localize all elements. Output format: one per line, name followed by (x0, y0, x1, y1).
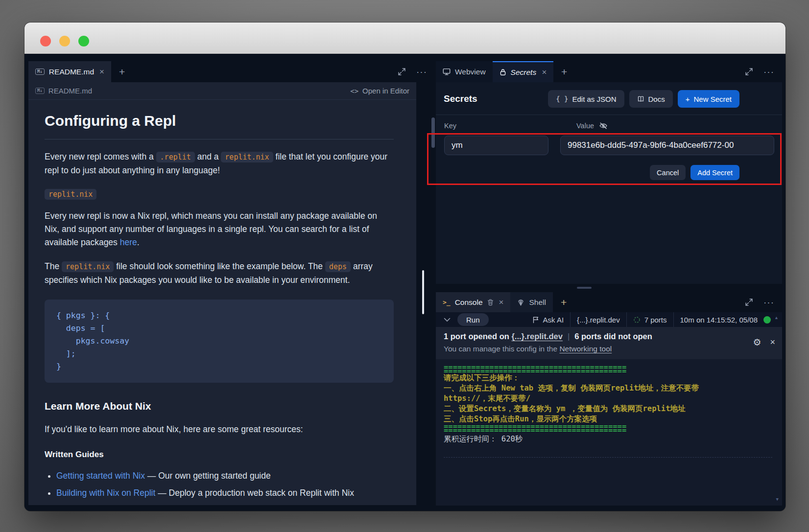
gear-icon[interactable]: ⚙ (753, 337, 761, 348)
tab-console-label: Console (455, 298, 483, 307)
markdown-file-icon: M↓ (35, 69, 45, 75)
ide-workspace: M↓ README.md × + ··· M↓ README.md <> Ope… (24, 54, 785, 511)
minimize-window-button[interactable] (59, 36, 70, 46)
panel-resize-handle[interactable] (422, 270, 424, 314)
tab-secrets-label: Secrets (511, 68, 537, 77)
lock-icon (500, 69, 506, 76)
new-tab-button[interactable]: + (553, 66, 575, 78)
doc-link[interactable]: Building with Nix on Replit (56, 488, 155, 498)
ports-label: 7 ports (644, 316, 667, 324)
doc-link[interactable]: Getting started with Nix (56, 471, 145, 481)
app-window: M↓ README.md × + ··· M↓ README.md <> Ope… (24, 23, 785, 511)
tab-shell[interactable]: Shell (510, 292, 552, 312)
new-tab-button[interactable]: + (111, 66, 133, 78)
tab-webview-label: Webview (455, 68, 486, 76)
doc-subheading: Written Guides (45, 450, 394, 460)
doc-link-list: Getting started with Nix — Our own getti… (45, 469, 394, 505)
expand-icon (745, 68, 753, 75)
doc-paragraph: Every new repl comes with a .replit and … (45, 150, 394, 177)
doc-link-list-item: Building with Nix on Replit — Deploy a p… (56, 486, 394, 500)
scroll-up-arrow[interactable]: ▲ (774, 315, 779, 320)
markdown-file-icon: M↓ (35, 88, 45, 94)
console-output[interactable]: ========================================… (436, 359, 782, 506)
secret-key-input[interactable] (444, 136, 548, 155)
new-secret-label: New Secret (693, 95, 732, 103)
inline-code: replit.nix (45, 189, 96, 200)
uptime-status[interactable]: 10m on 14:15:52, 05/08 (673, 312, 777, 327)
ports-banner-line2: You can manage this config in the Networ… (444, 345, 748, 353)
book-icon (637, 95, 644, 102)
dev-url-button[interactable]: {...}.replit.dev (570, 312, 626, 327)
zoom-window-button[interactable] (78, 36, 89, 46)
console-line: 一、点击右上角 New tab 选项，复制 伪装网页replit地址，注意不要带 (444, 383, 772, 393)
doc-paragraph: The replit.nix file should look somethin… (45, 260, 394, 287)
add-secret-button[interactable]: Add Secret (690, 165, 739, 180)
ports-banner: ▲ 1 port opened on {...}.replit.dev|6 po… (436, 327, 782, 359)
tab-readme[interactable]: M↓ README.md × (28, 61, 111, 82)
run-command-pill[interactable]: Run (457, 313, 489, 326)
close-window-button[interactable] (40, 36, 51, 46)
uptime-label: 10m on 14:15:52, 05/08 (680, 316, 758, 324)
more-options-button[interactable]: ··· (416, 67, 427, 77)
dismiss-banner-icon[interactable]: × (770, 337, 775, 347)
doc-code-block: { pkgs }: { deps = [ pkgs.cowsay ]; } (45, 300, 394, 383)
cancel-button[interactable]: Cancel (650, 165, 686, 180)
tab-secrets[interactable]: Secrets × (493, 61, 554, 82)
expand-pane-button[interactable] (745, 68, 753, 75)
plus-icon: + (686, 95, 690, 103)
prompt-divider (444, 457, 772, 458)
open-in-editor-button[interactable]: <> Open in Editor (350, 87, 409, 95)
console-tab-strip: >_ Console × Shell + ·· (436, 292, 782, 312)
value-column-label: Value (576, 122, 594, 130)
doc-link-list-item: Getting started with Nix — Our own getti… (56, 469, 394, 483)
console-line: 二、设置Secrets，变量名称为 ym ，变量值为 伪装网页replit地址 (444, 404, 772, 414)
horizontal-split-grip[interactable] (577, 287, 592, 289)
doc-paragraph: If you'd like to learn more about Nix, h… (45, 423, 394, 436)
close-tab-icon[interactable]: × (499, 298, 504, 307)
edit-as-json-button[interactable]: { } Edit as JSON (548, 90, 624, 108)
doc-link-list-item: Nix Pills — Guided introduction to Nix (56, 504, 394, 505)
docs-button[interactable]: Docs (629, 90, 673, 108)
expand-pane-button[interactable] (745, 299, 753, 306)
more-options-button[interactable]: ··· (763, 67, 774, 77)
ask-ai-button[interactable]: Ask AI (526, 312, 571, 327)
flag-icon (532, 316, 539, 324)
shell-icon (517, 299, 524, 306)
secret-value-input[interactable] (560, 136, 774, 155)
braces-icon: { } (556, 95, 568, 103)
scroll-down-arrow[interactable]: ▼ (776, 497, 779, 502)
doc-title: Configuring a Repl (45, 113, 394, 139)
right-top-tab-strip: Webview Secrets × + ··· (436, 61, 782, 82)
ports-spinner-icon (633, 316, 641, 324)
expand-icon (745, 299, 753, 306)
tab-shell-label: Shell (529, 298, 546, 307)
ports-button[interactable]: 7 ports (626, 312, 673, 327)
open-in-editor-label: Open in Editor (362, 87, 409, 95)
edit-as-json-label: Edit as JSON (572, 95, 616, 103)
key-column-label: Key (444, 122, 456, 130)
expand-icon (398, 68, 405, 75)
tab-console[interactable]: >_ Console × (436, 292, 510, 312)
window-controls (40, 36, 89, 46)
markdown-preview: Configuring a Repl Every new repl comes … (28, 100, 416, 505)
trash-icon[interactable] (487, 299, 494, 306)
eye-off-icon[interactable] (599, 122, 608, 130)
console-panel: Run Ask AI {...}.replit.dev (436, 312, 782, 505)
left-tab-strip: M↓ README.md × + ··· (28, 61, 435, 82)
doc-paragraph: Every new repl is now a Nix repl, which … (45, 209, 394, 249)
new-secret-button[interactable]: + New Secret (678, 90, 739, 108)
terminal-icon: >_ (443, 299, 451, 306)
tab-webview[interactable]: Webview (436, 61, 493, 82)
preview-filename: README.md (48, 87, 92, 95)
console-output-lines: ========================================… (444, 365, 772, 444)
dev-url-label: {...}.replit.dev (577, 316, 620, 324)
status-green-dot (763, 316, 771, 324)
console-toolbar: Run Ask AI {...}.replit.dev (436, 312, 782, 327)
expand-pane-button[interactable] (398, 68, 405, 75)
scrollbar-thumb[interactable] (431, 117, 435, 148)
close-tab-icon[interactable]: × (99, 67, 104, 77)
close-tab-icon[interactable]: × (542, 68, 547, 77)
chevron-down-icon[interactable] (444, 318, 451, 322)
more-options-button[interactable]: ··· (763, 297, 774, 308)
new-tab-button[interactable]: + (553, 297, 574, 308)
